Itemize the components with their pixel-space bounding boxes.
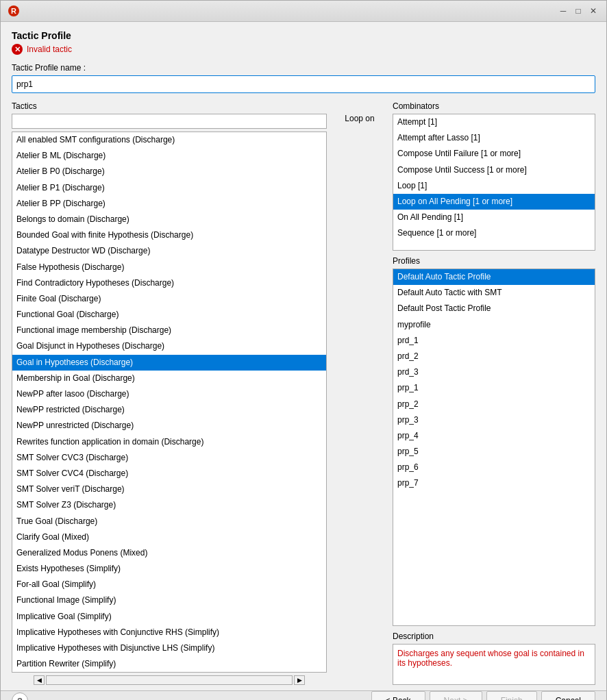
loop-on-panel: Loop on xyxy=(332,101,387,685)
finish-button[interactable]: Finish xyxy=(486,691,537,700)
description-label: Description xyxy=(393,632,595,641)
svg-text:R: R xyxy=(11,7,16,15)
tactics-list-item[interactable]: Functional Image (Simplify) xyxy=(12,592,326,608)
title-bar-buttons: ─ □ ✕ xyxy=(557,5,599,17)
tactics-list-item[interactable]: Datatype Destructor WD (Discharge) xyxy=(12,243,326,259)
cancel-button[interactable]: Cancel xyxy=(541,691,595,700)
minimize-button[interactable]: ─ xyxy=(557,5,569,17)
tactics-list-item[interactable]: Goal Disjunct in Hypotheses (Discharge) xyxy=(12,338,326,354)
bottom-bar: ? < Back Next > Finish Cancel xyxy=(1,690,606,700)
profiles-label: Profiles xyxy=(393,256,595,266)
profile-list-item[interactable]: prd_3 xyxy=(393,364,595,380)
loop-on-label: Loop on xyxy=(332,114,387,123)
combinator-list-item[interactable]: Attempt after Lasso [1] xyxy=(393,130,595,146)
combinators-list[interactable]: Attempt [1]Attempt after Lasso [1]Compos… xyxy=(393,114,595,251)
error-text: Invalid tactic xyxy=(27,45,72,54)
panels-row: Tactics All enabled SMT configurations (… xyxy=(12,101,595,685)
profile-list-item[interactable]: prd_2 xyxy=(393,349,595,364)
page-title: Tactic Profile xyxy=(12,30,595,41)
tactics-list-item[interactable]: Functional image membership (Discharge) xyxy=(12,323,326,338)
combinator-list-item[interactable]: Attempt [1] xyxy=(393,114,595,130)
combinators-label: Combinators xyxy=(393,101,595,111)
combinators-section: Combinators Attempt [1]Attempt after Las… xyxy=(393,101,595,251)
tactics-list-item[interactable]: Partition Rewriter (Simplify) xyxy=(12,656,326,672)
combinator-list-item[interactable]: Loop on All Pending [1 or more] xyxy=(393,194,595,210)
description-text: Discharges any sequent whose goal is con… xyxy=(393,644,595,685)
tactics-scroll-right[interactable]: ▶ xyxy=(294,675,305,685)
tactics-list-item[interactable]: Exists Hypotheses (Simplify) xyxy=(12,561,326,577)
help-button[interactable]: ? xyxy=(12,692,28,700)
tactics-list-item[interactable]: NewPP after lasoo (Discharge) xyxy=(12,386,326,402)
tactics-list-item[interactable]: SMT Solver CVC3 (Discharge) xyxy=(12,450,326,466)
tactics-list-item[interactable]: Implicative Goal (Simplify) xyxy=(12,609,326,625)
profile-list-item[interactable]: Default Auto Tactic with SMT xyxy=(393,285,595,301)
tactics-list-item[interactable]: Goal in Hypotheses (Discharge) xyxy=(12,355,326,371)
tactics-list-item[interactable]: NewPP restricted (Discharge) xyxy=(12,402,326,418)
tactics-list[interactable]: All enabled SMT configurations (Discharg… xyxy=(12,132,327,673)
profile-list-item[interactable]: prd_1 xyxy=(393,333,595,349)
error-message: ✕ Invalid tactic xyxy=(12,44,595,55)
combinator-list-item[interactable]: On All Pending [1] xyxy=(393,210,595,225)
combinator-list-item[interactable]: Loop [1] xyxy=(393,178,595,194)
tactics-list-item[interactable]: Bounded Goal with finite Hypothesis (Dis… xyxy=(12,227,326,243)
tactics-list-item[interactable]: SMT Solver CVC4 (Discharge) xyxy=(12,466,326,482)
tactics-list-item[interactable]: Atelier B P0 (Discharge) xyxy=(12,164,326,179)
tactics-list-item[interactable]: Atelier B P1 (Discharge) xyxy=(12,180,326,196)
profile-list-item[interactable]: prp_1 xyxy=(393,380,595,396)
profile-list-item[interactable]: prp_5 xyxy=(393,444,595,460)
profiles-section: Profiles Default Auto Tactic ProfileDefa… xyxy=(393,256,595,626)
profile-list-item[interactable]: myprofile xyxy=(393,317,595,333)
profiles-list[interactable]: Default Auto Tactic ProfileDefault Auto … xyxy=(393,268,595,626)
profile-list-item[interactable]: prp_6 xyxy=(393,460,595,475)
tactics-list-item[interactable]: Find Contradictory Hypotheses (Discharge… xyxy=(12,275,326,291)
tactics-list-item[interactable]: SMT Solver Z3 (Discharge) xyxy=(12,497,326,513)
tactics-list-item[interactable]: For-all Goal (Simplify) xyxy=(12,577,326,592)
tactics-panel: Tactics All enabled SMT configurations (… xyxy=(12,101,327,685)
tactics-list-item[interactable]: Implicative Hypotheses with Disjunctive … xyxy=(12,640,326,656)
tactic-profile-name-input[interactable] xyxy=(12,75,595,93)
tactics-list-item[interactable]: True Goal (Discharge) xyxy=(12,514,326,529)
tactics-list-item[interactable]: Atelier B ML (Discharge) xyxy=(12,148,326,164)
tactics-scroll-left[interactable]: ◀ xyxy=(34,675,45,685)
error-icon: ✕ xyxy=(12,44,23,55)
next-button[interactable]: Next > xyxy=(430,691,482,700)
back-button[interactable]: < Back xyxy=(371,691,425,700)
right-panel: Combinators Attempt [1]Attempt after Las… xyxy=(393,101,595,685)
tactics-search-input[interactable] xyxy=(12,114,327,129)
combinator-list-item[interactable]: Compose Until Success [1 or more] xyxy=(393,162,595,178)
tactics-list-item[interactable]: Rewrites function application in domain … xyxy=(12,434,326,450)
tactics-list-item[interactable]: Functional Goal (Discharge) xyxy=(12,307,326,323)
title-bar-left: R xyxy=(8,5,20,17)
app-icon: R xyxy=(8,5,20,17)
tactics-list-item[interactable]: Belongs to domain (Discharge) xyxy=(12,212,326,227)
combinator-list-item[interactable]: Compose Until Failure [1 or more] xyxy=(393,146,595,162)
name-label: Tactic Profile name : xyxy=(12,63,595,73)
tactics-list-item[interactable]: Generalized Modus Ponens (Mixed) xyxy=(12,545,326,561)
combinator-list-item[interactable]: Sequence [1 or more] xyxy=(393,225,595,241)
tactics-list-item[interactable]: Clarify Goal (Mixed) xyxy=(12,529,326,545)
profile-list-item[interactable]: prp_3 xyxy=(393,412,595,428)
tactics-label: Tactics xyxy=(12,101,327,111)
close-button[interactable]: ✕ xyxy=(587,5,599,17)
tactics-list-item[interactable]: Atelier B PP (Discharge) xyxy=(12,196,326,212)
profile-list-item[interactable]: Default Auto Tactic Profile xyxy=(393,269,595,285)
tactics-list-item[interactable]: False Hypothesis (Discharge) xyxy=(12,260,326,275)
title-bar: R ─ □ ✕ xyxy=(1,1,606,22)
profile-list-item[interactable]: prp_4 xyxy=(393,428,595,444)
description-section: Description Discharges any sequent whose… xyxy=(393,632,595,685)
profile-list-item[interactable]: Default Post Tactic Profile xyxy=(393,301,595,316)
tactics-hscroll: ◀ ▶ xyxy=(12,675,327,685)
tactics-list-item[interactable]: Finite Goal (Discharge) xyxy=(12,291,326,307)
profile-list-item[interactable]: prp_2 xyxy=(393,397,595,412)
tactics-list-item[interactable]: SMT Solver veriT (Discharge) xyxy=(12,482,326,497)
maximize-button[interactable]: □ xyxy=(572,5,584,17)
description-content: Discharges any sequent whose goal is con… xyxy=(397,649,584,668)
tactics-list-item[interactable]: Membership in Goal (Discharge) xyxy=(12,371,326,386)
tactics-list-item[interactable]: All enabled SMT configurations (Discharg… xyxy=(12,132,326,148)
content-area: Tactic Profile ✕ Invalid tactic Tactic P… xyxy=(1,22,606,690)
profile-list-item[interactable]: prp_7 xyxy=(393,475,595,491)
main-window: R ─ □ ✕ Tactic Profile ✕ Invalid tactic … xyxy=(0,0,607,700)
tactics-list-item[interactable]: Implicative Hypotheses with Conjunctive … xyxy=(12,625,326,640)
tactics-list-item[interactable]: NewPP unrestricted (Discharge) xyxy=(12,418,326,434)
